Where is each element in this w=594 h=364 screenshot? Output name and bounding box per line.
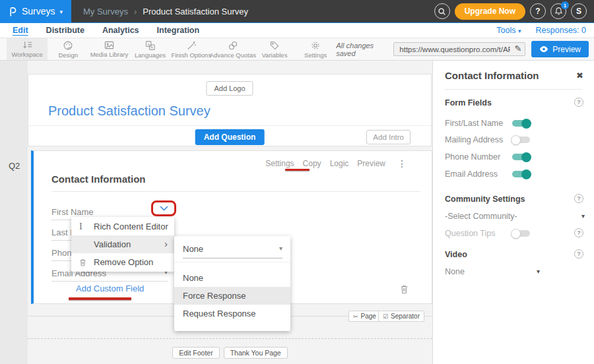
eye-icon	[539, 46, 548, 53]
help-button[interactable]: ?	[530, 3, 546, 19]
tab-integration[interactable]: Integration	[157, 26, 200, 35]
help-icon[interactable]: ?	[574, 249, 583, 258]
option-none[interactable]: None	[174, 269, 290, 287]
panel-divider	[445, 89, 582, 90]
translate-icon: x A	[145, 40, 156, 51]
validation-select[interactable]: None ▾	[183, 244, 282, 258]
community-settings-heading: Community Settings	[445, 195, 525, 204]
toggle-first-last-name[interactable]	[512, 120, 530, 127]
toggle-mailing-address[interactable]	[512, 136, 530, 143]
menu-item-rich-content-editor[interactable]: I Rich Content Editor	[71, 218, 174, 235]
search-icon	[438, 7, 446, 16]
add-custom-field-link[interactable]: Add Custom Field	[76, 284, 144, 293]
edit-url-icon[interactable]: ✎	[514, 44, 521, 53]
responses-count[interactable]: Responses: 0	[536, 26, 586, 35]
chevron-down-icon[interactable]: ▾	[581, 212, 585, 220]
tab-edit[interactable]: Edit	[13, 26, 28, 35]
add-question-button[interactable]: Add Question	[195, 129, 265, 145]
toolbar-settings[interactable]: Settings	[295, 38, 336, 60]
survey-url-input[interactable]	[393, 42, 525, 56]
notifications-button[interactable]: 1	[550, 3, 566, 19]
avatar[interactable]: S	[571, 3, 587, 19]
breadcrumb-current-survey: Product Satisfaction Survey	[143, 7, 248, 16]
question-settings-link[interactable]: Settings	[265, 159, 294, 168]
product-menu-label: Surveys	[22, 6, 55, 16]
survey-url-wrap: ✎	[393, 42, 525, 56]
search-button[interactable]	[434, 3, 450, 19]
add-intro-button[interactable]: Add Intro	[366, 130, 411, 144]
thank-you-page-button[interactable]: Thank You Page	[224, 347, 288, 359]
toggle-question-tips[interactable]	[512, 230, 530, 237]
separator-button[interactable]: ☑ Separator	[378, 311, 424, 322]
palette-icon	[63, 40, 73, 51]
upgrade-now-button[interactable]: Upgrade Now	[455, 3, 525, 20]
question-copy-link[interactable]: Copy	[303, 159, 321, 168]
question-number: Q2	[9, 161, 20, 171]
toolbar-languages[interactable]: x A Languages	[130, 38, 171, 60]
toggle-knob	[521, 152, 531, 162]
toolbar-advance-quotas[interactable]: Advance Quotas	[212, 38, 254, 60]
magic-wand-icon	[186, 40, 197, 51]
tools-menu[interactable]: Tools ▾	[496, 26, 521, 35]
toolbar-media-library[interactable]: Media Library	[88, 38, 129, 60]
question-title[interactable]: Contact Information	[51, 173, 146, 185]
toolbar-design[interactable]: Design	[48, 38, 88, 60]
trash-icon	[79, 258, 86, 266]
workspace-icon	[22, 40, 33, 50]
annotation-underline-settings	[285, 169, 310, 171]
survey-title[interactable]: Product Satisfaction Survey	[48, 104, 211, 119]
toolbar-finish-options[interactable]: Finish Options	[171, 38, 212, 60]
submenu-arrow-icon: ›	[164, 238, 168, 249]
toolbar-workspace[interactable]: Workspace	[7, 38, 48, 60]
toggle-email-address[interactable]	[512, 171, 530, 177]
chevron-down-icon: ▾	[60, 9, 63, 15]
panel-title: Contact Information	[445, 70, 539, 81]
dashed-divider	[28, 338, 432, 339]
question-settings-panel: Contact Information ✖ Form Fields ? Firs…	[432, 61, 594, 364]
help-icon[interactable]: ?	[574, 228, 583, 237]
text-cursor-icon: I	[79, 222, 82, 232]
question-tips-label: Question Tips	[445, 229, 495, 238]
edit-footer-button[interactable]: Edit Footer	[172, 347, 219, 359]
survey-nav: Edit Distribute Analytics Integration To…	[0, 22, 594, 38]
validation-submenu: None ▾ None Force Response Request Respo…	[174, 236, 290, 331]
video-heading: Video	[445, 250, 467, 259]
toggle-knob	[521, 119, 531, 129]
toggle-label-mailing-address: Mailing Address	[445, 135, 503, 144]
more-options-icon[interactable]: ⋮	[397, 158, 407, 169]
chevron-down-icon[interactable]	[160, 206, 168, 211]
question-preview-link[interactable]: Preview	[357, 159, 385, 168]
breadcrumb-separator-icon: ›	[134, 7, 137, 16]
svg-text:x: x	[147, 42, 149, 46]
close-icon[interactable]: ✖	[576, 71, 583, 80]
question-divider	[51, 191, 420, 192]
delete-question-button[interactable]	[400, 284, 409, 297]
help-icon[interactable]: ?	[574, 194, 583, 203]
preview-button[interactable]: Preview	[531, 41, 589, 57]
header-divider	[28, 125, 431, 126]
breadcrumb-my-surveys[interactable]: My Surveys	[83, 7, 128, 16]
tab-distribute[interactable]: Distribute	[46, 26, 84, 35]
help-icon[interactable]: ?	[574, 98, 583, 107]
chevron-down-icon[interactable]: ▾	[537, 268, 540, 275]
add-logo-button[interactable]: Add Logo	[206, 81, 253, 96]
save-status: All changes saved	[336, 42, 387, 57]
toggle-knob	[511, 229, 521, 239]
question-logic-link[interactable]: Logic	[330, 159, 349, 168]
toggle-phone-number[interactable]	[512, 154, 530, 160]
menu-item-validation[interactable]: Validation ›	[71, 235, 174, 253]
menu-item-remove-option[interactable]: Remove Option	[71, 253, 174, 271]
select-community-dropdown[interactable]: -Select Community-	[445, 212, 517, 221]
option-request-response[interactable]: Request Response	[174, 305, 290, 322]
toggle-knob	[511, 135, 521, 145]
option-force-response[interactable]: Force Response	[174, 287, 290, 305]
video-dropdown[interactable]: None	[445, 267, 465, 276]
toolbar-variables[interactable]: Variables	[254, 38, 295, 60]
tab-analytics[interactable]: Analytics	[102, 26, 139, 35]
submenu-divider	[174, 262, 290, 262]
breadcrumb: My Surveys › Product Satisfaction Survey	[83, 7, 248, 16]
annotation-box-field-chevron	[151, 200, 176, 216]
product-menu[interactable]: Surveys ▾	[0, 0, 71, 22]
main-area: Q2 Add Logo Product Satisfaction Survey …	[0, 61, 594, 364]
toolbar-right: All changes saved ✎ Preview	[336, 38, 594, 60]
